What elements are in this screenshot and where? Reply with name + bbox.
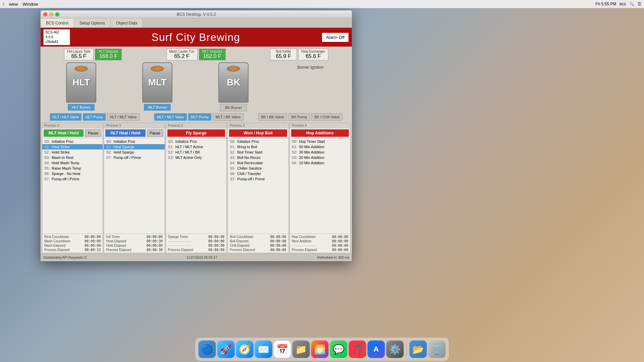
dock-messages-icon[interactable]: 💬 [330,341,347,358]
menu-bar:  wine Window Fri 5:55 PM bcs 🔍 ☰ [0,0,644,8]
process-1-active-row: HLT Heat / Hold Pause [104,128,164,138]
dock-finder2-icon[interactable]: 📂 [410,341,427,358]
p4-step-s1: S1:60 Min Addition [290,144,350,149]
device-info: BCS-462 4.0.0 c5bda61 [43,29,70,45]
bk-pump-button[interactable]: BK Pump [288,113,310,121]
p2-stat-2: ———————00:00:00 [167,239,225,243]
vessel-row: HLT HLT Burner MLT MLT Burner BK BK Burn… [41,62,352,113]
process-3-header: Process 3 [228,123,288,128]
dock-appstore-icon[interactable]: A [368,341,385,358]
process-1-pause-button[interactable]: Pause [147,129,163,137]
process-0-stats: Rest Countdown00:00:00 Mash Countdown00:… [42,234,103,253]
process-0-active-button[interactable]: MLT Heat / Hold [44,129,84,137]
search-icon[interactable]: 🔍 [629,2,634,6]
process-3-steps: S0:Initialize Proc S1:Bring to Boil S2:B… [228,138,288,234]
mlt-valve-group: MLT / MLT Valve MLT Pump MLT / BK Valve [154,113,244,121]
p1-stat-process-elapsed: Process Elapsed00:00:30 [105,248,163,252]
dock-music-icon[interactable]: 🎵 [349,341,366,358]
p3-step-s0: S0:Initialize Proc [228,139,288,144]
hlt-hlt-valve-button[interactable]: HLT / HLT Valve [50,113,82,121]
process-1-active-button[interactable]: HLT Heat / Hold [105,129,145,137]
maximize-button[interactable] [55,12,59,16]
p2-stat-sparge-timer: Sparge Timer00:00:00 [167,235,225,239]
p3-step-s5: S5:Chiller Sanitize [228,166,288,171]
dock-calendar-icon[interactable]: 📅 [274,341,291,358]
alarm-off-button[interactable]: Alarm Off [321,32,349,43]
bk-valve-group: BK / BK Valve BK Pump BK / Chill Valve [258,113,343,121]
process-3-active-row: Wort / Hop Boil [228,128,288,138]
p3-stat-boil-elapsed: Boil Elapsed00:00:00 [229,239,287,243]
mlt-temp-display: Mash Lauter Tun 65.2 F [166,49,198,60]
process-4-active-button[interactable]: Hop Additions [291,129,349,137]
p1-stat-heat-elapsed: Heat Elapsed00:00:30 [105,239,163,243]
he-label: Heat Exchanger [301,50,325,53]
process-3-active-button[interactable]: Wort / Hop Boil [229,129,287,137]
close-button[interactable] [43,12,47,16]
device-model: BCS-462 [46,30,68,35]
header: BCS-462 4.0.0 c5bda61 Surf City Brewing … [41,28,352,47]
p3-step-s4: S4:Boil Recirculate [228,160,288,166]
tab-bcs-control[interactable]: BCS Control [41,18,74,27]
p0-step-s5: S5:Raise Mash Temp [42,166,103,171]
window-controls [43,12,59,16]
p4-stat-hop-countdown: Hop Countdown00:00:00 [291,235,349,239]
bk-badge [227,66,240,72]
p3-stat-chill-elapsed: Chill Elapsed00:00:00 [229,243,287,248]
p0-step-s3: S3:Mash-in Rest [42,155,103,160]
mlt-pump-button[interactable]: MLT Pump [188,113,211,121]
hlt-pump-button[interactable]: HLT Pump [83,113,106,121]
dock-system-prefs-icon[interactable]: ⚙️ [386,341,404,358]
bk-label: Boil Kettle [273,50,294,53]
dock-safari-icon[interactable]: 🧭 [236,341,254,358]
bk-vessel-image: BK [218,62,249,103]
valve-row: HLT / HLT Valve HLT Pump HLT / MLT Valve… [41,113,352,121]
mlt-bk-valve-button[interactable]: MLT / BK Valve [213,113,244,121]
dock-trash-icon[interactable]: 🗑️ [428,341,446,358]
bk-bk-valve-button[interactable]: BK / BK Valve [258,113,287,121]
device-hash: c5bda61 [46,40,68,44]
dock-finder-icon[interactable]: 🔵 [199,341,216,358]
bk-vessel-label: BK [227,77,240,88]
p2-stat-3: ———————00:00:00 [167,243,225,248]
app-menu-wine[interactable]: wine [9,2,18,7]
mlt-label: Mash Lauter Tun [169,50,195,53]
app-window: BCS Desktop, V 0.5.2 BCS Control Setup O… [40,10,352,261]
hlt-mlt-valve-button[interactable]: HLT / MLT Valve [107,113,140,121]
p0-step-s1: S1:Heat Strike [42,144,103,149]
p4-stat-process-elapsed: Process Elapsed00:00:00 [291,248,349,252]
process-0-header: Process 0 [42,123,103,128]
mlt-setpoint-display: MLT Setpoint 162.0 F [199,49,226,60]
app-menu-window[interactable]: Window [23,2,38,7]
menu-user: bcs [620,2,626,6]
bk-chill-valve-button[interactable]: BK / Chill Valve [311,113,342,121]
hlt-value: 65.5 F [67,53,91,59]
menu-extra-icon[interactable]: ☰ [638,2,641,6]
p1-step-s7: S7:Pump-off / Prime [104,155,164,160]
hlt-badge [74,66,88,72]
hlt-vessel-label: HLT [72,77,90,88]
hlt-vessel-group: HLT HLT Burner [66,62,96,111]
process-0-pause-button[interactable]: Pause [85,129,101,137]
mlt-burner-button[interactable]: MLT Burner [144,104,171,111]
hlt-vessel-image: HLT [66,62,96,103]
p1-stat-hold-elapsed: Hold Elapsed00:00:00 [105,243,163,248]
dock-launchpad-icon[interactable]: 🚀 [217,341,235,358]
main-content: BCS-462 4.0.0 c5bda61 Surf City Brewing … [41,28,352,261]
minimize-button[interactable] [49,12,53,16]
bk-temp-display: Boil Kettle 65.9 F [270,49,297,60]
dock-files-icon[interactable]: 📁 [292,341,310,358]
tab-setup-options[interactable]: Setup Options [74,18,111,27]
dock-mail-icon[interactable]: ✉️ [255,341,272,358]
process-4-stats: Hop Countdown00:00:00 Next Addition00:00… [290,234,350,253]
bk-burner-button[interactable]: BK Burner [220,104,247,111]
mlt-mlt-valve-button[interactable]: MLT / MLT Valve [154,113,187,121]
process-1-stats: Init Timer00:00:00 Heat Elapsed00:00:30 … [104,234,164,253]
process-2-active-button[interactable]: Fly Sparge [167,129,225,137]
process-4-steps: S0:Hop Timer Start S1:60 Min Addition S2… [290,138,350,234]
dock-photos-icon[interactable]: 🌅 [311,341,329,358]
apple-menu[interactable]:  [3,2,4,7]
tab-object-data[interactable]: Object Data [111,18,143,27]
mlt-setpoint-label: MLT Setpoint [202,50,223,53]
hlt-burner-button[interactable]: HLT Burner [68,104,95,111]
hlt-valve-group: HLT / HLT Valve HLT Pump HLT / MLT Valve [50,113,140,121]
